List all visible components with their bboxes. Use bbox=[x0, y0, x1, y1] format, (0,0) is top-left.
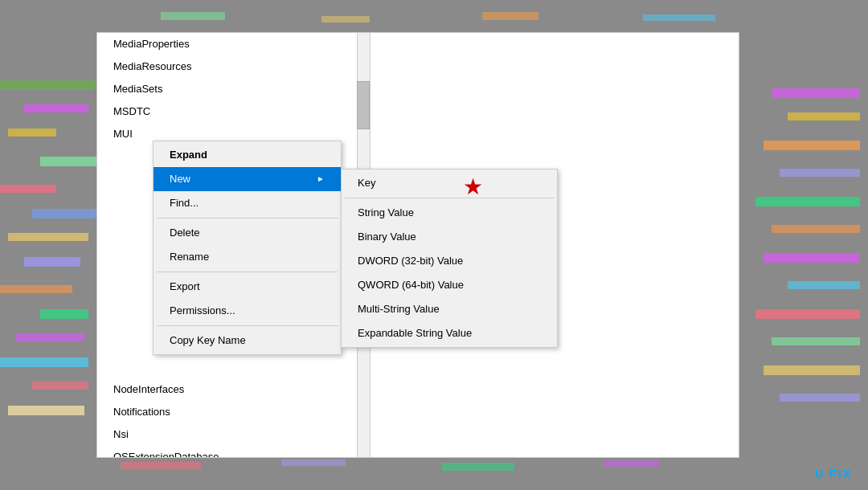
tree-item-nodeinterfaces[interactable]: NodeInterfaces bbox=[97, 378, 370, 401]
svg-rect-17 bbox=[780, 169, 860, 177]
tree-item-nsi[interactable]: Nsi bbox=[97, 423, 370, 446]
svg-rect-25 bbox=[780, 394, 860, 402]
svg-rect-32 bbox=[442, 463, 514, 471]
submenu-arrow-icon: ► bbox=[317, 171, 325, 187]
svg-rect-29 bbox=[643, 14, 715, 21]
menu-separator-3 bbox=[157, 325, 338, 326]
svg-rect-12 bbox=[32, 382, 88, 390]
context-menu: Expand New ► Find... Delete Rename Expor… bbox=[153, 141, 342, 355]
menu-item-permissions[interactable]: Permissions... bbox=[154, 299, 341, 323]
submenu: Key String Value Binary Value DWORD (32-… bbox=[341, 169, 558, 348]
svg-rect-30 bbox=[121, 462, 201, 470]
svg-rect-26 bbox=[161, 12, 225, 20]
svg-rect-21 bbox=[788, 281, 860, 289]
svg-rect-16 bbox=[764, 141, 860, 150]
svg-rect-13 bbox=[8, 406, 84, 415]
tree-item-msdtc[interactable]: MSDTC bbox=[97, 100, 370, 123]
svg-rect-10 bbox=[16, 333, 84, 341]
svg-rect-15 bbox=[788, 112, 860, 120]
svg-rect-31 bbox=[281, 459, 346, 466]
tree-item-mediaresources[interactable]: MediaResources bbox=[97, 55, 370, 78]
svg-rect-9 bbox=[40, 309, 88, 319]
svg-rect-22 bbox=[755, 309, 860, 319]
svg-rect-2 bbox=[8, 129, 56, 137]
svg-rect-24 bbox=[764, 365, 860, 375]
svg-rect-7 bbox=[24, 257, 80, 267]
svg-rect-27 bbox=[321, 16, 370, 22]
bottom-label: U FIX bbox=[815, 468, 852, 480]
svg-rect-33 bbox=[603, 460, 659, 467]
tree-item-notifications[interactable]: Notifications bbox=[97, 401, 370, 423]
svg-rect-20 bbox=[764, 253, 860, 263]
menu-item-expand[interactable]: Expand bbox=[154, 143, 341, 167]
svg-rect-6 bbox=[8, 233, 88, 241]
menu-item-delete[interactable]: Delete bbox=[154, 221, 341, 245]
svg-rect-11 bbox=[0, 357, 88, 367]
scrollbar-thumb[interactable] bbox=[357, 81, 370, 129]
menu-separator-1 bbox=[157, 218, 338, 218]
menu-item-new[interactable]: New ► bbox=[154, 167, 341, 191]
tree-item-osextdb[interactable]: OSExtensionDatabase bbox=[97, 446, 370, 457]
svg-rect-19 bbox=[772, 225, 860, 233]
menu-item-copy-key-name[interactable]: Copy Key Name bbox=[154, 329, 341, 353]
svg-rect-14 bbox=[772, 88, 860, 98]
svg-rect-0 bbox=[0, 80, 96, 90]
tree-item-mediasets[interactable]: MediaSets bbox=[97, 78, 370, 100]
menu-item-rename[interactable]: Rename bbox=[154, 245, 341, 269]
submenu-separator bbox=[345, 198, 554, 198]
menu-item-find[interactable]: Find... bbox=[154, 191, 341, 215]
tree-item-mediaproperties[interactable]: MediaProperties bbox=[97, 33, 370, 55]
svg-rect-23 bbox=[772, 337, 860, 345]
submenu-item-string-value[interactable]: String Value bbox=[342, 201, 557, 225]
submenu-item-multi-string-value[interactable]: Multi-String Value bbox=[342, 297, 557, 321]
submenu-item-binary-value[interactable]: Binary Value bbox=[342, 225, 557, 249]
submenu-item-dword-value[interactable]: DWORD (32-bit) Value bbox=[342, 249, 557, 273]
menu-separator-2 bbox=[157, 272, 338, 272]
submenu-item-qword-value[interactable]: QWORD (64-bit) Value bbox=[342, 273, 557, 297]
svg-rect-4 bbox=[0, 185, 56, 193]
svg-rect-1 bbox=[24, 104, 88, 112]
submenu-item-key[interactable]: Key bbox=[342, 171, 557, 195]
menu-item-export[interactable]: Export bbox=[154, 275, 341, 299]
svg-rect-8 bbox=[0, 285, 72, 293]
svg-rect-18 bbox=[755, 197, 860, 206]
submenu-item-expandable-string-value[interactable]: Expandable String Value bbox=[342, 321, 557, 345]
svg-rect-28 bbox=[482, 12, 538, 20]
svg-rect-5 bbox=[32, 209, 96, 218]
